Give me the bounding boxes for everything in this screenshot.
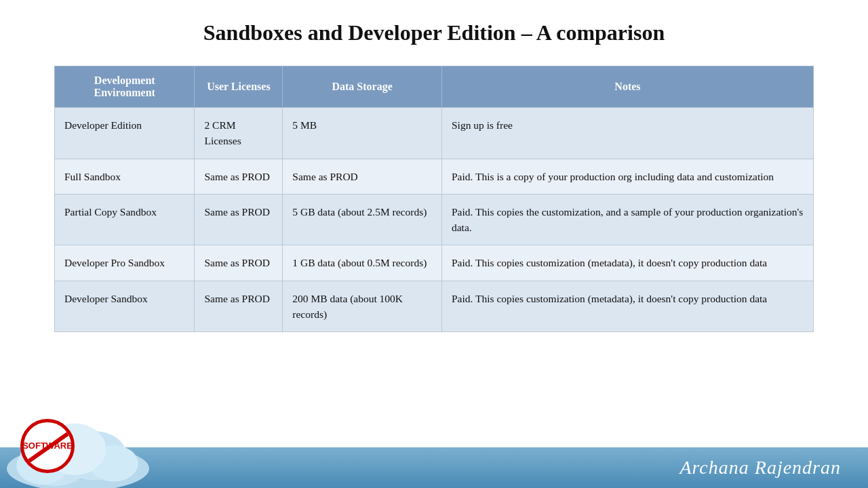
- cell-env: Developer Sandbox: [55, 281, 195, 332]
- cell-env: Full Sandbox: [55, 159, 195, 194]
- page-container: Sandboxes and Developer Edition – A comp…: [0, 0, 868, 488]
- cell-licenses: Same as PROD: [195, 194, 283, 245]
- cell-storage: Same as PROD: [283, 159, 442, 194]
- col-header-storage: Data Storage: [283, 66, 442, 108]
- comparison-table: Development Environment User Licenses Da…: [54, 66, 814, 332]
- col-header-env: Development Environment: [55, 66, 195, 108]
- cell-env: Partial Copy Sandbox: [55, 194, 195, 245]
- cell-licenses: 2 CRM Licenses: [195, 108, 283, 159]
- table-row: Partial Copy SandboxSame as PROD5 GB dat…: [55, 194, 814, 245]
- cell-env: Developer Edition: [55, 108, 195, 159]
- logo-area: SOFTWARE: [0, 413, 163, 488]
- cell-licenses: Same as PROD: [195, 245, 283, 281]
- cell-notes: Paid. This copies customization (metadat…: [441, 245, 813, 281]
- cell-storage: 200 MB data (about 100K records): [283, 281, 442, 332]
- cell-licenses: Same as PROD: [195, 281, 283, 332]
- col-header-licenses: User Licenses: [195, 66, 283, 108]
- no-software-badge: SOFTWARE: [20, 419, 81, 480]
- table-row: Developer SandboxSame as PROD200 MB data…: [55, 281, 814, 332]
- col-header-notes: Notes: [441, 66, 813, 108]
- badge-circle: SOFTWARE: [20, 419, 75, 473]
- cell-notes: Paid. This is a copy of your production …: [441, 159, 813, 194]
- cell-licenses: Same as PROD: [195, 159, 283, 194]
- comparison-table-wrapper: Development Environment User Licenses Da…: [54, 66, 814, 332]
- cell-storage: 5 GB data (about 2.5M records): [283, 194, 442, 245]
- cell-storage: 5 MB: [283, 108, 442, 159]
- cell-notes: Paid. This copies customization (metadat…: [441, 281, 813, 332]
- cell-notes: Sign up is free: [441, 108, 813, 159]
- table-row: Developer Pro SandboxSame as PROD1 GB da…: [55, 245, 814, 281]
- table-row: Developer Edition2 CRM Licenses5 MBSign …: [55, 108, 814, 159]
- signature-text: Archana Rajendran: [679, 457, 841, 479]
- cell-env: Developer Pro Sandbox: [55, 245, 195, 281]
- cell-storage: 1 GB data (about 0.5M records): [283, 245, 442, 281]
- page-title: Sandboxes and Developer Edition – A comp…: [0, 0, 868, 59]
- table-row: Full SandboxSame as PRODSame as PRODPaid…: [55, 159, 814, 194]
- cell-notes: Paid. This copies the customization, and…: [441, 194, 813, 245]
